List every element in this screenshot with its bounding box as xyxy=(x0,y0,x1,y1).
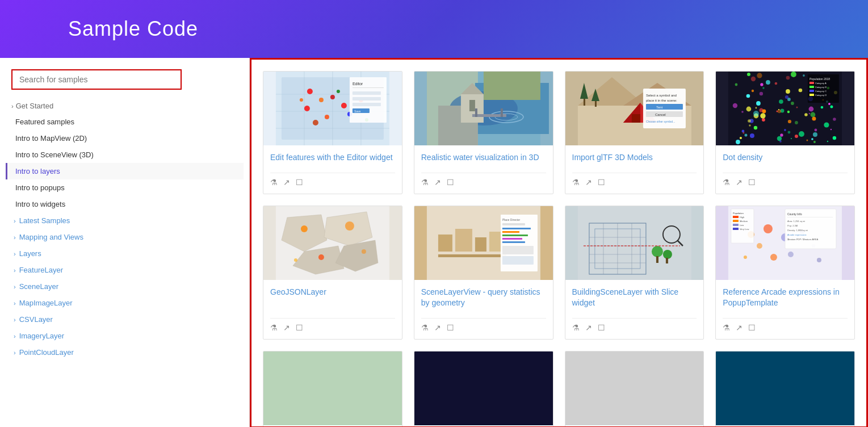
sidebar-flat-item-5[interactable]: Intro to widgets xyxy=(6,196,244,212)
card-title-2[interactable]: Import glTF 3D Models xyxy=(572,152,697,164)
card-title-4[interactable]: GeoJSONLayer xyxy=(270,287,395,309)
sidebar-expandable-item-4[interactable]: ›SceneLayer xyxy=(6,278,244,295)
expandable-item-label: ImageryLayer xyxy=(19,332,64,340)
card-8: Sample bottom 1⚗↗☐ xyxy=(263,351,402,427)
card-icons-1: ⚗↗☐ xyxy=(421,173,546,187)
sidebar-flat-item-3[interactable]: Intro to layers xyxy=(6,163,244,179)
svg-point-133 xyxy=(756,107,757,109)
svg-text:County Info: County Info xyxy=(787,212,802,216)
window-icon[interactable]: ☐ xyxy=(748,178,756,187)
card-0: Editor Save Edit features with the Edito… xyxy=(263,71,402,194)
sidebar-expandable-item-6[interactable]: ›CSVLayer xyxy=(6,311,244,328)
search-input[interactable] xyxy=(11,69,182,90)
card-icons-7: ⚗↗☐ xyxy=(723,318,848,332)
sidebar-expandable-item-1[interactable]: ›Mapping and Views xyxy=(6,229,244,245)
external-link-icon[interactable]: ↗ xyxy=(434,178,441,187)
chevron-right-icon: › xyxy=(14,300,16,307)
external-link-icon[interactable]: ↗ xyxy=(585,323,592,332)
card-title-6[interactable]: BuildingSceneLayer with Slice widget xyxy=(572,287,697,309)
flask-icon[interactable]: ⚗ xyxy=(723,178,730,187)
svg-point-204 xyxy=(817,258,821,262)
card-title-5[interactable]: SceneLayerView - query statistics by geo… xyxy=(421,287,546,309)
app-container: Sample Code › Get Started Featured sampl… xyxy=(0,0,868,427)
svg-rect-163 xyxy=(438,235,452,252)
content-area: Editor Save Edit features with the Edito… xyxy=(250,58,868,427)
card-body-7: Reference Arcade expressions in PopupTem… xyxy=(716,280,854,339)
external-link-icon[interactable]: ↗ xyxy=(585,178,592,187)
flask-icon[interactable]: ⚗ xyxy=(270,323,278,332)
external-link-icon[interactable]: ↗ xyxy=(736,323,743,332)
sidebar-expandable-item-0[interactable]: ›Latest Samples xyxy=(6,212,244,229)
svg-point-159 xyxy=(318,254,324,260)
sidebar-expandable-item-3[interactable]: ›FeatureLayer xyxy=(6,262,244,278)
flask-icon[interactable]: ⚗ xyxy=(270,178,278,187)
card-11: Sample bottom 4⚗↗☐ xyxy=(715,351,855,427)
svg-rect-52 xyxy=(631,114,640,123)
svg-point-201 xyxy=(770,254,777,261)
svg-point-138 xyxy=(795,121,798,124)
card-icons-6: ⚗↗☐ xyxy=(572,318,697,332)
svg-point-160 xyxy=(362,249,366,254)
svg-point-64 xyxy=(747,94,750,98)
external-link-icon[interactable]: ↗ xyxy=(434,323,441,332)
card-thumb-11 xyxy=(716,351,854,425)
flask-icon[interactable]: ⚗ xyxy=(723,323,730,332)
flask-icon[interactable]: ⚗ xyxy=(572,178,580,187)
svg-rect-150 xyxy=(810,94,814,96)
svg-point-87 xyxy=(751,77,756,81)
chevron-right-icon: › xyxy=(14,267,16,274)
sidebar-expandable-item-5[interactable]: ›MapImageLayer xyxy=(6,295,244,311)
svg-rect-41 xyxy=(501,108,503,117)
sidebar-expandable-item-7[interactable]: ›ImageryLayer xyxy=(6,328,244,344)
card-title-7[interactable]: Reference Arcade expressions in PopupTem… xyxy=(723,287,848,309)
card-title-0[interactable]: Edit features with the Editor widget xyxy=(270,152,395,164)
card-6: BuildingSceneLayer with Slice widget⚗↗☐ xyxy=(565,206,705,340)
window-icon[interactable]: ☐ xyxy=(748,323,756,332)
svg-text:Arcade expression:: Arcade expression: xyxy=(787,233,807,236)
sidebar-flat-item-2[interactable]: Intro to SceneView (3D) xyxy=(6,146,244,163)
expandable-item-label: Layers xyxy=(19,249,41,258)
sidebar-expandable-item-8[interactable]: ›PointCloudLayer xyxy=(6,344,244,361)
card-body-5: SceneLayerView - query statistics by geo… xyxy=(414,280,553,339)
expandable-item-label: SceneLayer xyxy=(19,282,58,291)
svg-point-92 xyxy=(831,106,833,108)
window-icon[interactable]: ☐ xyxy=(598,178,605,187)
svg-point-104 xyxy=(754,126,757,129)
svg-point-80 xyxy=(747,73,750,76)
sidebar-item-get-started[interactable]: › Get Started xyxy=(6,98,244,114)
expandable-item-label: FeatureLayer xyxy=(19,266,63,274)
external-link-icon[interactable]: ↗ xyxy=(736,178,743,187)
window-icon[interactable]: ☐ xyxy=(447,323,454,332)
card-icons-4: ⚗↗☐ xyxy=(270,318,395,332)
window-icon[interactable]: ☐ xyxy=(296,178,303,187)
svg-point-11 xyxy=(330,95,335,99)
sidebar-flat-item-4[interactable]: Intro to popups xyxy=(6,179,244,196)
svg-rect-175 xyxy=(502,241,525,243)
card-10: Sample bottom 3⚗↗☐ xyxy=(565,351,705,427)
window-icon[interactable]: ☐ xyxy=(447,178,454,187)
svg-point-15 xyxy=(337,90,340,93)
svg-text:Category A: Category A xyxy=(815,82,827,85)
svg-rect-24 xyxy=(353,97,381,101)
sidebar-flat-item-1[interactable]: Intro to MapView (2D) xyxy=(6,130,244,146)
external-link-icon[interactable]: ↗ xyxy=(283,178,290,187)
sidebar-expandable-item-2[interactable]: ›Layers xyxy=(6,245,244,262)
flask-icon[interactable]: ⚗ xyxy=(421,178,429,187)
window-icon[interactable]: ☐ xyxy=(598,323,605,332)
flask-icon[interactable]: ⚗ xyxy=(572,323,580,332)
external-link-icon[interactable]: ↗ xyxy=(283,323,290,332)
svg-rect-33 xyxy=(484,72,540,100)
card-title-1[interactable]: Realistic water visualization in 3D xyxy=(421,152,546,164)
svg-rect-25 xyxy=(353,103,381,106)
expandable-item-label: Latest Samples xyxy=(19,216,70,225)
svg-point-12 xyxy=(341,103,347,108)
svg-point-120 xyxy=(785,95,789,99)
window-icon[interactable]: ☐ xyxy=(296,323,303,332)
svg-point-115 xyxy=(833,118,836,121)
sidebar-flat-item-0[interactable]: Featured samples xyxy=(6,114,244,130)
svg-text:Cancel: Cancel xyxy=(655,113,665,116)
card-title-3[interactable]: Dot density xyxy=(723,152,848,164)
flask-icon[interactable]: ⚗ xyxy=(421,323,429,332)
get-started-label: Get Started xyxy=(16,102,53,110)
card-7: Population High Medium Low Very Low Coun… xyxy=(715,206,855,340)
